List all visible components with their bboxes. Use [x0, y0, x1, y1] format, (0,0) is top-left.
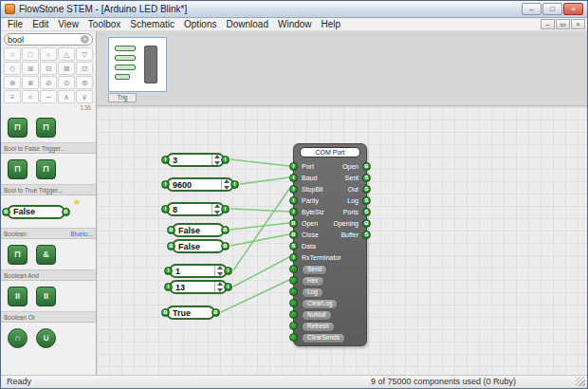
- output-connector[interactable]: S: [362, 196, 371, 205]
- resize-grip[interactable]: [576, 377, 585, 386]
- int-value-box[interactable]: I 13 I: [169, 280, 228, 294]
- input-connector[interactable]: B: [167, 242, 175, 250]
- clearlog-button[interactable]: ClearLog: [302, 299, 338, 309]
- value-stepper[interactable]: [211, 155, 220, 165]
- filter-icon[interactable]: ▽: [76, 47, 93, 61]
- input-connector[interactable]: I: [289, 185, 298, 194]
- thumbnail-label[interactable]: Trig: [108, 93, 137, 102]
- bool-value-box[interactable]: B False B: [172, 223, 225, 237]
- input-connector[interactable]: I: [289, 253, 298, 262]
- input-connector[interactable]: B: [161, 308, 170, 317]
- boolean-and-component[interactable]: ⊓: [8, 245, 28, 265]
- mdi-restore-button[interactable]: ▭: [556, 19, 570, 29]
- favorite-star-icon[interactable]: ★: [73, 197, 81, 207]
- bool-value-box[interactable]: B True B: [166, 306, 215, 320]
- hex-button[interactable]: Hex: [302, 276, 324, 287]
- bool-value-box[interactable]: B False B: [172, 239, 225, 253]
- value-stepper[interactable]: [214, 266, 223, 276]
- bool-to-true-trigger-component[interactable]: ⊓: [36, 159, 56, 179]
- input-connector[interactable]: [289, 322, 298, 330]
- value-text[interactable]: False: [174, 242, 200, 251]
- filter-icon[interactable]: ∨: [76, 90, 93, 103]
- log-button[interactable]: Log: [302, 287, 323, 298]
- output-connector[interactable]: I: [230, 180, 239, 189]
- boolean-or-component[interactable]: II: [8, 287, 28, 306]
- bool-to-false-trigger-component[interactable]: ⊓: [36, 118, 56, 138]
- menu-window[interactable]: Window: [273, 19, 317, 29]
- int-value-box[interactable]: I 1 I: [169, 264, 228, 278]
- boolean-and-component[interactable]: &: [36, 245, 56, 265]
- value-stepper[interactable]: [221, 179, 230, 190]
- input-connector[interactable]: I: [164, 283, 173, 291]
- bool-to-false-trigger-component[interactable]: ⊓: [8, 118, 28, 138]
- output-connector[interactable]: S: [362, 231, 371, 239]
- menu-download[interactable]: Download: [221, 19, 272, 29]
- input-connector[interactable]: B: [289, 219, 298, 228]
- filter-icon[interactable]: ⊡: [76, 62, 93, 75]
- boolean-component[interactable]: ∪: [36, 328, 56, 348]
- output-connector[interactable]: I: [224, 283, 232, 291]
- input-connector[interactable]: B: [289, 231, 298, 239]
- menu-toolbox[interactable]: Toolbox: [83, 19, 125, 29]
- input-connector[interactable]: I: [161, 180, 170, 189]
- filter-icon[interactable]: ☆: [4, 47, 21, 61]
- minimize-button[interactable]: –: [522, 3, 542, 15]
- value-text[interactable]: 13: [171, 283, 185, 292]
- nonull-button[interactable]: NoNull: [302, 310, 332, 321]
- clearsends-button[interactable]: ClearSends: [302, 333, 345, 343]
- input-connector[interactable]: B: [2, 208, 10, 216]
- refresh-button[interactable]: Refresh: [302, 322, 335, 332]
- output-connector[interactable]: S: [362, 185, 371, 194]
- input-connector[interactable]: I: [161, 205, 170, 213]
- boolean-or-component[interactable]: II: [36, 287, 56, 306]
- input-connector[interactable]: S: [289, 242, 298, 250]
- menu-help[interactable]: Help: [317, 19, 346, 29]
- output-connector[interactable]: B: [62, 208, 70, 216]
- output-connector[interactable]: B: [211, 308, 220, 317]
- filter-icon[interactable]: ◇: [4, 62, 21, 75]
- filter-icon[interactable]: ○: [40, 47, 57, 61]
- output-connector[interactable]: S: [362, 174, 371, 182]
- int-value-box[interactable]: I 9600 I: [166, 177, 234, 192]
- item-link[interactable]: Blueto...: [70, 231, 93, 237]
- input-connector[interactable]: [289, 333, 298, 342]
- bool-to-true-trigger-component[interactable]: ⊓: [8, 159, 28, 179]
- clear-search-icon[interactable]: ×: [81, 35, 89, 44]
- boolean-component[interactable]: B False B: [7, 205, 65, 219]
- boolean-component[interactable]: ∩: [8, 328, 28, 348]
- input-connector[interactable]: I: [289, 162, 298, 171]
- output-connector[interactable]: I: [224, 267, 232, 275]
- maximize-button[interactable]: □: [542, 3, 562, 15]
- close-button[interactable]: ×: [563, 3, 583, 15]
- menu-schematic[interactable]: Schematic: [125, 19, 179, 29]
- input-connector[interactable]: [289, 299, 298, 307]
- filter-icon[interactable]: △: [58, 47, 75, 61]
- filter-icon[interactable]: ≡: [4, 90, 21, 103]
- menu-edit[interactable]: Edit: [28, 19, 53, 29]
- input-connector[interactable]: B: [167, 226, 175, 234]
- filter-icon[interactable]: ⊞: [22, 62, 39, 75]
- schematic-thumbnail[interactable]: [108, 37, 167, 92]
- filter-icon[interactable]: ∼: [40, 90, 57, 103]
- value-text[interactable]: 9600: [168, 180, 192, 190]
- mdi-close-button[interactable]: ×: [571, 19, 585, 29]
- int-value-box[interactable]: I 8 I: [166, 202, 225, 216]
- filter-icon[interactable]: ⊟: [40, 62, 57, 75]
- search-input[interactable]: [8, 35, 76, 45]
- send-button[interactable]: Send: [302, 265, 327, 275]
- filter-icon[interactable]: ⊚: [76, 76, 93, 89]
- filter-icon[interactable]: ⊕: [4, 76, 21, 89]
- value-stepper[interactable]: [214, 282, 223, 292]
- value-text[interactable]: False: [174, 226, 200, 235]
- output-connector[interactable]: B: [221, 226, 230, 234]
- value-stepper[interactable]: [211, 204, 220, 214]
- input-connector[interactable]: I: [161, 156, 170, 164]
- comport-module[interactable]: COM Port I Port Open B I Baud Sent S I S…: [293, 143, 367, 346]
- int-value-box[interactable]: I 3 I: [166, 153, 225, 167]
- output-connector[interactable]: B: [362, 162, 371, 171]
- filter-icon[interactable]: ≈: [22, 90, 39, 103]
- input-connector[interactable]: [289, 310, 298, 319]
- input-connector[interactable]: I: [164, 267, 173, 275]
- menu-options[interactable]: Options: [179, 19, 221, 29]
- menu-file[interactable]: File: [3, 19, 28, 29]
